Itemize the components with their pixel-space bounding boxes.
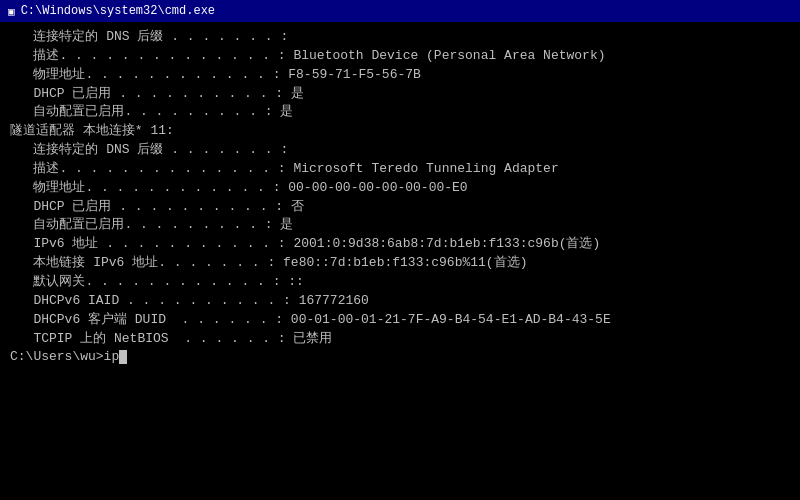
terminal-line: 描述. . . . . . . . . . . . . . : Bluetoot… <box>10 47 790 66</box>
terminal-line: 自动配置已启用. . . . . . . . . : 是 <box>10 216 790 235</box>
terminal-line: 隧道适配器 本地连接* 11: <box>10 122 790 141</box>
terminal-line: DHCPv6 IAID . . . . . . . . . . : 167772… <box>10 292 790 311</box>
terminal-line: 连接特定的 DNS 后缀 . . . . . . . : <box>10 141 790 160</box>
window: ▣ C:\Windows\system32\cmd.exe 连接特定的 DNS … <box>0 0 800 500</box>
terminal-line: DHCP 已启用 . . . . . . . . . . : 是 <box>10 85 790 104</box>
terminal-line: DHCP 已启用 . . . . . . . . . . : 否 <box>10 198 790 217</box>
title-bar-icon: ▣ <box>8 5 15 18</box>
terminal-line: C:\Users\wu>ip <box>10 348 790 367</box>
terminal-line: 本地链接 IPv6 地址. . . . . . . : fe80::7d:b1e… <box>10 254 790 273</box>
terminal-line: 物理地址. . . . . . . . . . . . : 00-00-00-0… <box>10 179 790 198</box>
terminal-line: TCPIP 上的 NetBIOS . . . . . . : 已禁用 <box>10 330 790 349</box>
title-bar: ▣ C:\Windows\system32\cmd.exe <box>0 0 800 22</box>
cursor <box>119 350 127 364</box>
terminal-line: 默认网关. . . . . . . . . . . . : :: <box>10 273 790 292</box>
terminal-line: DHCPv6 客户端 DUID . . . . . . : 00-01-00-0… <box>10 311 790 330</box>
terminal-window[interactable]: 连接特定的 DNS 后缀 . . . . . . . : 描述. . . . .… <box>0 22 800 500</box>
terminal-line: 自动配置已启用. . . . . . . . . : 是 <box>10 103 790 122</box>
terminal-line: 描述. . . . . . . . . . . . . . : Microsof… <box>10 160 790 179</box>
title-bar-text: C:\Windows\system32\cmd.exe <box>21 4 792 18</box>
terminal-line: 连接特定的 DNS 后缀 . . . . . . . : <box>10 28 790 47</box>
terminal-line: IPv6 地址 . . . . . . . . . . . : 2001:0:9… <box>10 235 790 254</box>
terminal-line: 物理地址. . . . . . . . . . . . : F8-59-71-F… <box>10 66 790 85</box>
